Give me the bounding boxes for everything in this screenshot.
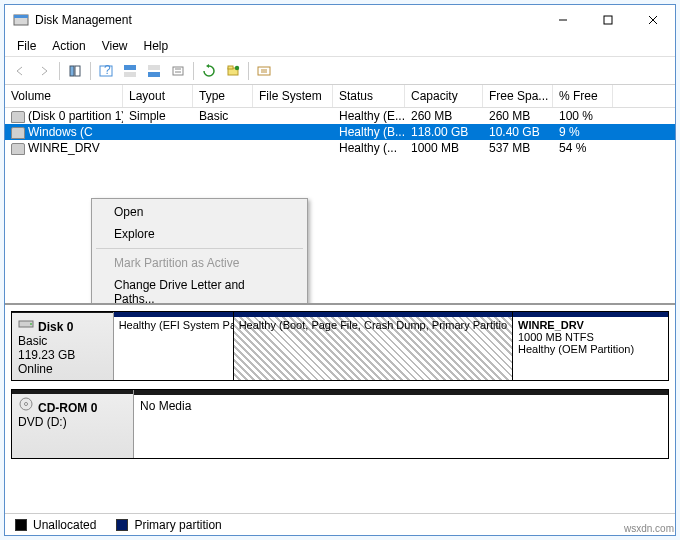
show-hide-console-button[interactable]: [64, 60, 86, 82]
svg-rect-18: [228, 66, 233, 69]
minimize-button[interactable]: [540, 5, 585, 35]
col-cap[interactable]: Capacity: [405, 85, 483, 107]
disk-name: Disk 0: [38, 320, 73, 334]
titlebar: Disk Management: [5, 5, 675, 35]
legend-primary: Primary partition: [134, 518, 221, 532]
svg-rect-10: [124, 65, 136, 70]
forward-button: [33, 60, 55, 82]
refresh-button[interactable]: [198, 60, 220, 82]
col-fs[interactable]: File System: [253, 85, 333, 107]
col-pct[interactable]: % Free: [553, 85, 613, 107]
disk-size: 119.23 GB: [18, 348, 107, 362]
volume-row[interactable]: WINRE_DRV Healthy (... 1000 MB 537 MB 54…: [5, 140, 675, 156]
disk-sub: DVD (D:): [18, 415, 127, 429]
disk-management-window: Disk Management File Action View Help ? …: [4, 4, 676, 536]
menu-help[interactable]: Help: [136, 37, 177, 55]
cm-change-drive-letter[interactable]: Change Drive Letter and Paths...: [94, 274, 305, 305]
partition-c[interactable]: Healthy (Boot, Page File, Crash Dump, Pr…: [234, 312, 513, 380]
col-volume[interactable]: Volume: [5, 85, 123, 107]
close-button[interactable]: [630, 5, 675, 35]
back-button: [9, 60, 31, 82]
context-menu: Open Explore Mark Partition as Active Ch…: [91, 198, 308, 305]
more-actions-button[interactable]: [253, 60, 275, 82]
col-type[interactable]: Type: [193, 85, 253, 107]
legend: Unallocated Primary partition: [5, 513, 675, 535]
titlebar-title: Disk Management: [35, 13, 540, 27]
disk-row-0: Disk 0 Basic 119.23 GB Online Healthy (E…: [11, 311, 669, 381]
col-free[interactable]: Free Spa...: [483, 85, 553, 107]
volume-icon: [11, 127, 25, 139]
rescan-disks-button[interactable]: [222, 60, 244, 82]
cdrom-icon: [18, 396, 34, 412]
svg-rect-11: [124, 72, 136, 77]
svg-rect-14: [173, 67, 183, 75]
svg-text:?: ?: [104, 64, 111, 77]
svg-point-26: [25, 403, 28, 406]
disk-state: Online: [18, 362, 107, 376]
watermark: wsxdn.com: [624, 523, 674, 534]
svg-rect-7: [75, 66, 80, 76]
disk-type: Basic: [18, 334, 107, 348]
settings-button[interactable]: [167, 60, 189, 82]
volume-icon: [11, 143, 25, 155]
swatch-unallocated: [15, 519, 27, 531]
volume-name: (Disk 0 partition 1): [28, 109, 123, 123]
svg-point-24: [30, 323, 32, 325]
cm-explore[interactable]: Explore: [94, 223, 305, 245]
svg-rect-13: [148, 72, 160, 77]
disk-label[interactable]: Disk 0 Basic 119.23 GB Online: [12, 312, 114, 380]
menu-view[interactable]: View: [94, 37, 136, 55]
disk-label[interactable]: CD-ROM 0 DVD (D:): [12, 390, 134, 458]
disk-icon: [18, 315, 34, 331]
volume-name: WINRE_DRV: [28, 141, 100, 155]
col-layout[interactable]: Layout: [123, 85, 193, 107]
column-headers: Volume Layout Type File System Status Ca…: [5, 85, 675, 108]
disk-name: CD-ROM 0: [38, 401, 97, 415]
swatch-primary: [116, 519, 128, 531]
cm-mark-active: Mark Partition as Active: [94, 252, 305, 274]
col-status[interactable]: Status: [333, 85, 405, 107]
no-media-label: No Media: [140, 399, 662, 413]
volume-row[interactable]: Windows (C Healthy (B... 118.00 GB 10.40…: [5, 124, 675, 140]
help-button[interactable]: ?: [95, 60, 117, 82]
svg-rect-1: [14, 15, 28, 18]
svg-rect-20: [258, 67, 270, 75]
view-top-button[interactable]: [119, 60, 141, 82]
volume-name: Windows (C: [28, 125, 93, 139]
maximize-button[interactable]: [585, 5, 630, 35]
menu-action[interactable]: Action: [44, 37, 93, 55]
disk-graphic-area: Disk 0 Basic 119.23 GB Online Healthy (E…: [5, 305, 675, 513]
legend-unallocated: Unallocated: [33, 518, 96, 532]
svg-rect-6: [70, 66, 74, 76]
svg-rect-3: [604, 16, 612, 24]
toolbar: ?: [5, 57, 675, 85]
partition-winre[interactable]: WINRE_DRV 1000 MB NTFS Healthy (OEM Part…: [513, 312, 668, 380]
menu-file[interactable]: File: [9, 37, 44, 55]
menubar: File Action View Help: [5, 35, 675, 57]
partition-efi[interactable]: Healthy (EFI System Part: [114, 312, 234, 380]
cm-open[interactable]: Open: [94, 201, 305, 223]
volume-row[interactable]: (Disk 0 partition 1) Simple Basic Health…: [5, 108, 675, 124]
no-media-area: No Media: [134, 390, 668, 458]
view-bottom-button[interactable]: [143, 60, 165, 82]
disk-row-cdrom: CD-ROM 0 DVD (D:) No Media: [11, 389, 669, 459]
svg-rect-12: [148, 65, 160, 70]
volume-list: Volume Layout Type File System Status Ca…: [5, 85, 675, 305]
app-icon: [13, 12, 29, 28]
svg-point-19: [235, 65, 239, 69]
volume-icon: [11, 111, 25, 123]
